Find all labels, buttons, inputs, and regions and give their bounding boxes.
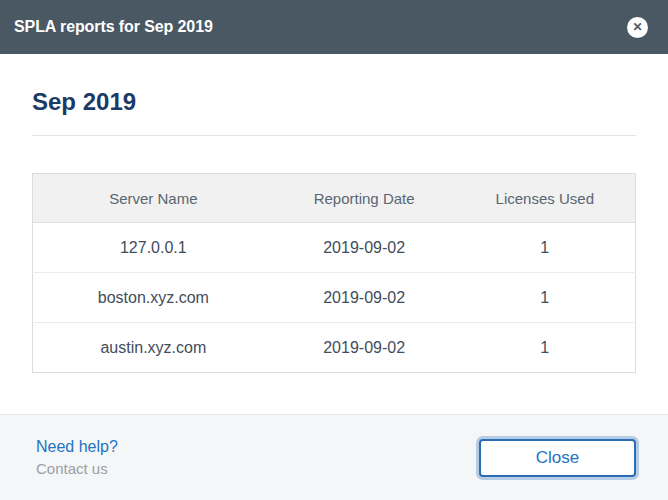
reports-table: Server Name Reporting Date Licenses Used… <box>32 173 636 373</box>
cell-server-name: boston.xyz.com <box>33 273 274 323</box>
close-icon: ✕ <box>632 21 642 33</box>
cell-reporting-date: 2019-09-02 <box>274 223 455 273</box>
dialog-body: Sep 2019 Server Name Reporting Date Lice… <box>0 88 668 373</box>
help-block: Need help? Contact us <box>36 438 118 477</box>
cell-licenses-used: 1 <box>455 323 636 373</box>
cell-server-name: 127.0.0.1 <box>33 223 274 273</box>
column-header-licenses-used: Licenses Used <box>455 174 636 223</box>
dialog-header: SPLA reports for Sep 2019 ✕ <box>0 0 668 54</box>
column-header-reporting-date: Reporting Date <box>274 174 455 223</box>
cell-server-name: austin.xyz.com <box>33 323 274 373</box>
cell-licenses-used: 1 <box>455 273 636 323</box>
table-row: boston.xyz.com 2019-09-02 1 <box>33 273 636 323</box>
dialog-title: SPLA reports for Sep 2019 <box>14 18 213 36</box>
need-help-link[interactable]: Need help? <box>36 438 118 456</box>
cell-licenses-used: 1 <box>455 223 636 273</box>
contact-us-text: Contact us <box>36 460 118 477</box>
divider <box>32 135 636 136</box>
table-row: 127.0.0.1 2019-09-02 1 <box>33 223 636 273</box>
close-icon-button[interactable]: ✕ <box>627 17 648 38</box>
close-button[interactable]: Close <box>479 439 636 477</box>
table-header-row: Server Name Reporting Date Licenses Used <box>33 174 636 223</box>
table-row: austin.xyz.com 2019-09-02 1 <box>33 323 636 373</box>
column-header-server-name: Server Name <box>33 174 274 223</box>
page-title: Sep 2019 <box>32 88 636 116</box>
dialog-footer: Need help? Contact us Close <box>0 414 668 500</box>
modal-dialog: SPLA reports for Sep 2019 ✕ Sep 2019 Ser… <box>0 0 668 500</box>
cell-reporting-date: 2019-09-02 <box>274 273 455 323</box>
cell-reporting-date: 2019-09-02 <box>274 323 455 373</box>
